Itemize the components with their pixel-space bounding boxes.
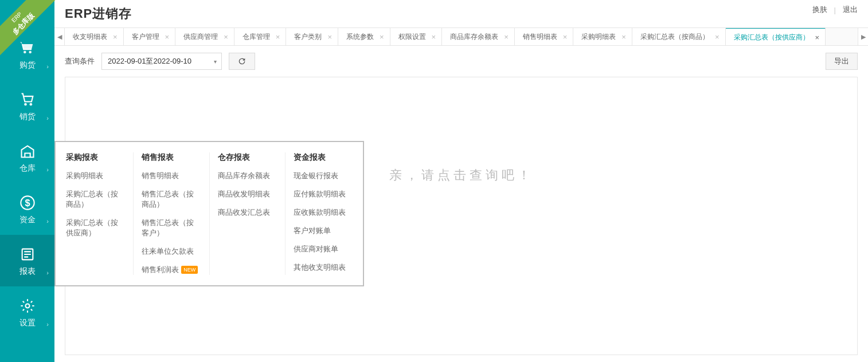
tab-5[interactable]: 系统参数× (338, 28, 390, 45)
tab-3[interactable]: 仓库管理× (234, 28, 287, 45)
flyout-item-label: 销售明细表 (142, 171, 179, 181)
sidebar-item-sales[interactable]: 销货 › (0, 80, 54, 132)
flyout-column: 销售报表销售明细表销售汇总表（按商品）销售汇总表（按客户）往来单位欠款表销售利润… (133, 152, 209, 275)
close-icon[interactable]: × (113, 33, 118, 41)
close-icon[interactable]: × (224, 33, 228, 41)
sidebar-item-warehouse[interactable]: 仓库 › (0, 132, 54, 183)
tab-10[interactable]: 采购汇总表（按商品）× (632, 28, 726, 45)
tab-label: 客户管理 (132, 32, 159, 42)
flyout-item[interactable]: 销售汇总表（按客户） (142, 218, 201, 238)
flyout-item-label: 客户对账单 (294, 226, 331, 236)
sidebar-item-label: 资金 (19, 215, 36, 225)
close-icon[interactable]: × (621, 33, 626, 41)
sidebar-item-funds[interactable]: $ 资金 › (0, 183, 54, 235)
close-icon[interactable]: × (715, 33, 720, 41)
flyout-item-label: 采购明细表 (66, 171, 103, 181)
new-badge: NEW (181, 266, 198, 274)
tab-label: 收支明细表 (73, 32, 107, 42)
logout-link[interactable]: 退出 (843, 5, 858, 15)
tab-4[interactable]: 客户类别× (286, 28, 338, 45)
flyout-item[interactable]: 商品收发明细表 (218, 189, 277, 199)
tab-label: 权限设置 (398, 32, 426, 42)
flyout-item[interactable]: 客户对账单 (294, 226, 353, 236)
flyout-item[interactable]: 销售明细表 (142, 171, 201, 181)
report-icon (18, 245, 37, 264)
flyout-item-label: 销售利润表 (142, 265, 179, 275)
tab-1[interactable]: 客户管理× (124, 28, 176, 45)
flyout-item[interactable]: 销售汇总表（按商品） (142, 189, 201, 210)
date-range-value: 2022-09-01至2022-09-10 (108, 56, 191, 66)
flyout-item-label: 应收账款明细表 (294, 207, 346, 218)
flyout-item-label: 销售汇总表（按客户） (142, 218, 201, 238)
sidebar-item-reports[interactable]: 报表 › (0, 235, 54, 286)
flyout-item[interactable]: 应收账款明细表 (294, 207, 353, 218)
tab-11[interactable]: 采购汇总表（按供应商）× (726, 28, 826, 45)
dollar-icon: $ (18, 193, 37, 213)
flyout-item-label: 现金银行报表 (294, 171, 338, 181)
flyout-item[interactable]: 往来单位欠款表 (142, 246, 201, 257)
chevron-right-icon: › (46, 115, 49, 121)
tab-0[interactable]: 收支明细表× (65, 28, 124, 45)
flyout-column: 采购报表采购明细表采购汇总表（按商品）采购汇总表（按供应商） (58, 152, 133, 275)
tab-9[interactable]: 采购明细表× (573, 28, 632, 45)
flyout-item-label: 销售汇总表（按商品） (142, 189, 201, 210)
tab-label: 仓库管理 (243, 32, 270, 42)
flyout-item-label: 供应商对账单 (294, 244, 338, 254)
tab-2[interactable]: 供应商管理× (175, 28, 234, 45)
flyout-item[interactable]: 采购汇总表（按供应商） (66, 218, 125, 238)
skin-link[interactable]: 换肤 (812, 5, 827, 15)
flyout-item[interactable]: 采购明细表 (66, 171, 125, 181)
flyout-item[interactable]: 销售利润表NEW (142, 265, 201, 275)
tab-6[interactable]: 权限设置× (390, 28, 443, 45)
refresh-icon (237, 57, 247, 66)
flyout-item[interactable]: 采购汇总表（按商品） (66, 189, 125, 210)
tabs-row: ◀ 收支明细表×客户管理×供应商管理×仓库管理×客户类别×系统参数×权限设置×商… (54, 27, 868, 46)
sidebar-item-label: 销货 (19, 112, 36, 122)
sidebar-item-label: 设置 (19, 318, 36, 328)
flyout-title: 仓存报表 (218, 152, 277, 163)
sidebar-item-settings[interactable]: 设置 › (0, 286, 54, 338)
caret-down-icon: ▾ (214, 58, 217, 65)
tab-label: 商品库存余额表 (450, 32, 498, 42)
close-icon[interactable]: × (432, 33, 436, 41)
chevron-right-icon: › (46, 218, 49, 225)
placeholder-hint: 亲，请点击查询吧！ (389, 167, 534, 184)
tab-label: 销售明细表 (523, 32, 557, 42)
flyout-item[interactable]: 商品库存余额表 (218, 171, 277, 181)
export-button[interactable]: 导出 (826, 53, 858, 70)
date-range-picker[interactable]: 2022-09-01至2022-09-10 ▾ (101, 53, 222, 70)
flyout-item[interactable]: 现金银行报表 (294, 171, 353, 181)
tab-label: 采购汇总表（按商品） (640, 32, 709, 42)
warehouse-icon (18, 141, 37, 161)
chevron-right-icon: › (46, 166, 49, 173)
dolly-icon (18, 90, 37, 109)
flyout-item-label: 往来单位欠款表 (142, 246, 194, 257)
flyout-item[interactable]: 商品收发汇总表 (218, 207, 277, 218)
gear-icon (18, 296, 37, 316)
close-icon[interactable]: × (815, 34, 820, 41)
flyout-item[interactable]: 供应商对账单 (294, 244, 353, 254)
close-icon[interactable]: × (380, 33, 384, 41)
refresh-button[interactable] (229, 53, 255, 70)
top-actions: 换肤 | 退出 (812, 5, 858, 15)
close-icon[interactable]: × (504, 33, 509, 41)
query-label: 查询条件 (65, 56, 95, 66)
toolbar: 查询条件 2022-09-01至2022-09-10 ▾ 导出 (54, 46, 868, 77)
separator: | (834, 6, 836, 14)
close-icon[interactable]: × (563, 33, 568, 41)
tab-7[interactable]: 商品库存余额表× (442, 28, 515, 45)
close-icon[interactable]: × (165, 33, 170, 41)
close-icon[interactable]: × (276, 33, 280, 41)
close-icon[interactable]: × (327, 33, 332, 41)
tab-scroll-right[interactable]: ▶ (858, 28, 868, 45)
tab-8[interactable]: 销售明细表× (515, 28, 574, 45)
flyout-item-label: 商品收发汇总表 (218, 207, 270, 218)
flyout-item-label: 应付账款明细表 (294, 189, 346, 199)
export-label: 导出 (834, 56, 849, 66)
flyout-item[interactable]: 应付账款明细表 (294, 189, 353, 199)
flyout-item[interactable]: 其他收支明细表 (294, 262, 353, 273)
tab-label: 供应商管理 (183, 32, 218, 42)
chevron-right-icon: › (46, 63, 49, 70)
tab-label: 采购明细表 (581, 32, 616, 42)
sidebar-item-label: 报表 (19, 266, 36, 277)
